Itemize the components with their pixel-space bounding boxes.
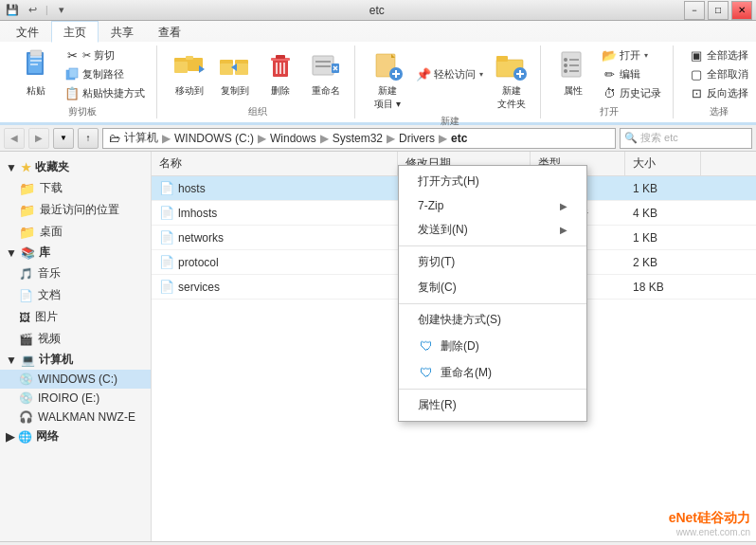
edit-button[interactable]: ✏ 编辑 — [598, 64, 665, 83]
sidebar-item-desktop[interactable]: 📁 桌面 — [0, 221, 151, 243]
sidebar-item-documents[interactable]: 📄 文档 — [0, 284, 151, 306]
tab-view[interactable]: 查看 — [146, 21, 193, 42]
sidebar-section-favorites[interactable]: ▼ ★ 收藏夹 — [0, 157, 151, 177]
new-folder-icon — [494, 47, 530, 83]
address-path[interactable]: 🗁 计算机 ▶ WINDOWS (C:) ▶ Windows ▶ System3… — [102, 128, 616, 149]
sidebar: ▼ ★ 收藏夹 📁 下载 📁 最近访问的位置 📁 桌面 ▼ 📚 库 🎵 音乐 📄 — [0, 152, 152, 541]
cut-button[interactable]: ✂ ✂ 剪切 — [61, 45, 149, 64]
ctx-copy[interactable]: 复制(C) — [399, 275, 586, 300]
easy-access-label: 轻松访问 — [434, 67, 476, 82]
back-button[interactable]: ◀ — [4, 128, 25, 149]
maximize-button[interactable]: □ — [708, 1, 729, 20]
minimize-button[interactable]: － — [684, 1, 705, 20]
videos-icon: 🎬 — [19, 333, 33, 346]
path-drivers[interactable]: Drivers — [399, 132, 435, 145]
sidebar-item-c-drive[interactable]: 💿 WINDOWS (C:) — [0, 370, 151, 389]
ctx-open-with[interactable]: 打开方式(H) — [399, 169, 586, 194]
ribbon-group-clipboard: 粘贴 ✂ ✂ 剪切 复制路径 📋 — [8, 45, 157, 118]
invert-select-button[interactable]: ⊡ 反向选择 — [685, 83, 752, 102]
rename-label: 重命名 — [312, 84, 340, 98]
path-computer[interactable]: 计算机 — [124, 130, 158, 146]
quick-access-customize[interactable]: ▾ — [53, 3, 70, 18]
history-button[interactable]: ⏱ 历史记录 — [598, 83, 665, 102]
delete-button[interactable]: 删除 — [260, 45, 301, 100]
sidebar-item-downloads[interactable]: 📁 下载 — [0, 177, 151, 199]
edit-label: 编辑 — [620, 67, 640, 82]
file-name-hosts: 📄hosts — [152, 179, 398, 197]
history-label: 历史记录 — [620, 86, 661, 100]
file-icon-services: 📄 — [159, 280, 174, 294]
copy-path-button[interactable]: 复制路径 — [61, 64, 149, 83]
file-list: 名称 修改日期 类型 大小 📄hosts 2012/07/25 21:17 文件… — [152, 152, 756, 541]
easy-access-icon: 📌 — [416, 66, 431, 82]
computer-label: 计算机 — [39, 352, 73, 368]
tab-file[interactable]: 文件 — [4, 21, 51, 42]
forward-button[interactable]: ▶ — [28, 128, 49, 149]
select-all-button[interactable]: ▣ 全部选择 — [685, 45, 752, 64]
ctx-delete-shield-icon: 🛡 — [418, 337, 435, 354]
new-folder-button[interactable]: 新建文件夹 — [491, 45, 532, 113]
favorites-label: 收藏夹 — [35, 159, 69, 175]
file-size-services: 18 KB — [625, 279, 701, 296]
computer-collapse-icon: ▼ — [6, 354, 17, 367]
easy-access-button[interactable]: 📌 轻松访问▾ — [412, 64, 487, 83]
svg-point-43 — [564, 64, 567, 67]
recent-button[interactable]: ▼ — [53, 128, 74, 149]
svg-point-41 — [564, 58, 567, 62]
path-windows[interactable]: Windows — [270, 132, 316, 145]
select-all-icon: ▣ — [689, 47, 704, 63]
select-all-label: 全部选择 — [707, 48, 748, 63]
copy-to-button[interactable]: 复制到 — [214, 45, 256, 100]
watermark-url: www.enet.com.cn — [676, 527, 750, 537]
select-none-button[interactable]: ▢ 全部取消 — [685, 64, 752, 83]
move-to-button[interactable]: 移动到 — [169, 45, 210, 100]
properties-button[interactable]: 属性 — [552, 45, 594, 100]
paste-shortcut-icon: 📋 — [64, 85, 80, 100]
quick-access-save[interactable]: 💾 — [4, 3, 21, 18]
sidebar-item-recent[interactable]: 📁 最近访问的位置 — [0, 199, 151, 221]
ctx-create-shortcut[interactable]: 创建快捷方式(S) — [399, 307, 586, 333]
ctx-delete[interactable]: 🛡 删除(D) — [399, 333, 586, 359]
sidebar-section-network[interactable]: ▶ 🌐 网络 — [0, 427, 151, 446]
search-placeholder[interactable]: 搜索 etc — [640, 131, 678, 145]
videos-label: 视频 — [38, 331, 61, 347]
recent-label: 最近访问的位置 — [40, 202, 119, 218]
copy-path-icon — [64, 66, 80, 82]
path-system32[interactable]: System32 — [333, 132, 383, 145]
paste-button[interactable]: 粘贴 — [15, 45, 57, 100]
path-c-drive[interactable]: WINDOWS (C:) — [174, 132, 254, 145]
paste-shortcut-button[interactable]: 📋 粘贴快捷方式 — [61, 83, 149, 102]
sidebar-item-e-drive[interactable]: 💿 IROIRO (E:) — [0, 389, 151, 408]
sidebar-section-computer[interactable]: ▼ 💻 计算机 — [0, 350, 151, 370]
quick-access-undo[interactable]: ↩ — [24, 3, 41, 18]
tab-home[interactable]: 主页 — [51, 21, 99, 43]
ctx-7zip[interactable]: 7-Zip ▶ — [399, 194, 586, 217]
ctx-send-to[interactable]: 发送到(N) ▶ — [399, 217, 586, 243]
sidebar-item-walkman[interactable]: 🎧 WALKMAN NWZ-E — [0, 408, 151, 427]
favorites-collapse-icon: ▼ — [6, 161, 17, 174]
clipboard-group-label: 剪切板 — [15, 103, 149, 118]
sidebar-item-pictures[interactable]: 🖼 图片 — [0, 306, 151, 328]
ctx-delete-label: 删除(D) — [441, 338, 479, 354]
sidebar-item-videos[interactable]: 🎬 视频 — [0, 328, 151, 350]
send-to-label: 发送到(N) — [418, 222, 468, 238]
close-button[interactable]: ✕ — [731, 1, 752, 20]
path-etc[interactable]: etc — [451, 132, 467, 145]
properties-icon — [555, 47, 591, 83]
easy-access-group: 📌 轻松访问▾ — [412, 45, 487, 102]
sidebar-item-music[interactable]: 🎵 音乐 — [0, 263, 151, 284]
rename-button[interactable]: 重命名 — [305, 45, 347, 100]
open-button[interactable]: 📂 打开▾ — [598, 45, 665, 64]
sidebar-section-library[interactable]: ▼ 📚 库 — [0, 243, 151, 263]
ctx-cut[interactable]: 剪切(T) — [399, 249, 586, 275]
ctx-rename[interactable]: 🛡 重命名(M) — [399, 359, 586, 386]
col-header-name[interactable]: 名称 — [152, 152, 398, 175]
up-button[interactable]: ↑ — [78, 128, 99, 149]
tab-share[interactable]: 共享 — [99, 21, 146, 42]
svg-rect-5 — [30, 64, 38, 65]
col-header-size[interactable]: 大小 — [625, 152, 701, 175]
ctx-properties[interactable]: 属性(R) — [399, 392, 586, 418]
new-item-button[interactable]: 新建项目 ▾ — [367, 45, 408, 113]
downloads-label: 下载 — [40, 180, 63, 196]
svg-rect-3 — [30, 56, 42, 58]
